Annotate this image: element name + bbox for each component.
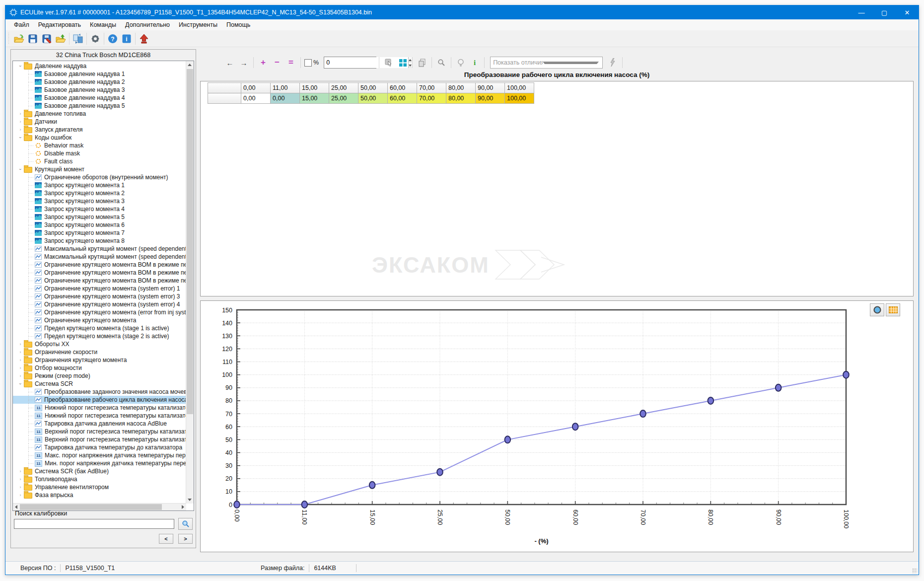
collapse-arrow-icon[interactable]: › bbox=[18, 134, 23, 141]
zoom-button[interactable] bbox=[434, 57, 448, 69]
tree-item[interactable]: Базовое давление наддува 3 bbox=[13, 86, 186, 94]
panel-splitter[interactable] bbox=[200, 296, 914, 300]
decrease-button[interactable]: − bbox=[270, 57, 284, 69]
expand-arrow-icon[interactable]: › bbox=[17, 365, 24, 370]
data-point[interactable] bbox=[437, 469, 443, 476]
table-header-cell[interactable]: 80,00 bbox=[446, 83, 476, 93]
tree-item[interactable]: 11Нижний порог гистерезиса температуры к… bbox=[13, 404, 186, 412]
tree-item[interactable]: ›Крутящий момент bbox=[13, 165, 186, 173]
maximize-button[interactable]: ▢ bbox=[873, 5, 896, 19]
data-point[interactable] bbox=[234, 501, 240, 508]
tree-item[interactable]: Базовое давление наддува 5 bbox=[13, 102, 186, 110]
grid-view-button[interactable] bbox=[396, 57, 410, 69]
expand-arrow-icon[interactable]: › bbox=[17, 111, 24, 116]
tree-item[interactable]: Ограничение крутящего момента (system er… bbox=[13, 285, 186, 292]
tree-item[interactable]: Ограничение крутящего момента ВОМ в режи… bbox=[13, 261, 186, 269]
value-spinner[interactable] bbox=[324, 57, 376, 69]
menu-item[interactable]: Команды bbox=[85, 20, 121, 29]
help-button[interactable]: ? bbox=[106, 32, 120, 45]
resize-grip[interactable] bbox=[912, 568, 917, 573]
expand-arrow-icon[interactable]: › bbox=[17, 469, 24, 474]
data-point[interactable] bbox=[369, 482, 375, 489]
tree-horizontal-scrollbar[interactable] bbox=[13, 503, 186, 510]
expand-arrow-icon[interactable]: › bbox=[17, 127, 24, 132]
map-info-button[interactable]: i bbox=[468, 57, 482, 69]
table-view-button[interactable] bbox=[886, 303, 900, 316]
table-header-cell[interactable]: 60,00 bbox=[388, 83, 417, 93]
back-button[interactable]: ← bbox=[223, 57, 237, 69]
tree-item[interactable]: Запрос крутящего момента 8 bbox=[13, 237, 186, 245]
expand-arrow-icon[interactable]: › bbox=[17, 485, 24, 490]
table-header-cell[interactable]: 0,00 bbox=[241, 83, 271, 93]
expand-arrow-icon[interactable]: › bbox=[17, 342, 24, 347]
tree-item[interactable]: ›Ограничения крутящего момента bbox=[13, 356, 186, 364]
next-button[interactable]: > bbox=[178, 534, 193, 544]
save-as-button[interactable] bbox=[40, 32, 54, 45]
tree-item[interactable]: Disable mask bbox=[13, 149, 186, 157]
collapse-arrow-icon[interactable]: › bbox=[18, 63, 23, 70]
table-header-cell[interactable]: 15,00 bbox=[300, 83, 329, 93]
table-cell[interactable]: 50,00 bbox=[358, 93, 388, 104]
tree-item[interactable]: Ограничение крутящего момента ВОМ в режи… bbox=[13, 269, 186, 277]
expand-arrow-icon[interactable]: › bbox=[17, 373, 24, 378]
expand-arrow-icon[interactable]: › bbox=[17, 119, 24, 124]
tree-item[interactable]: ›Ограничение скорости bbox=[13, 348, 186, 356]
tree-item[interactable]: Ограничение крутящего момента (error fro… bbox=[13, 308, 186, 316]
point-style-button[interactable] bbox=[870, 303, 884, 316]
collapse-arrow-icon[interactable]: › bbox=[18, 380, 23, 387]
tree-item[interactable]: Преобразование заданного значения насоса… bbox=[13, 388, 186, 396]
table-header-cell[interactable]: 100,00 bbox=[505, 83, 534, 93]
expand-arrow-icon[interactable]: › bbox=[17, 477, 24, 482]
search-button[interactable] bbox=[178, 518, 193, 530]
scroll-right-icon[interactable] bbox=[182, 505, 184, 509]
tree-item[interactable]: 11Верхний порог гистерезиса температуры … bbox=[13, 436, 186, 443]
select-cells-button[interactable] bbox=[382, 57, 396, 69]
table-header-cell[interactable]: 70,00 bbox=[417, 83, 446, 93]
tree-item[interactable]: Fault class bbox=[13, 157, 186, 165]
scrollbar-thumb[interactable] bbox=[20, 504, 162, 510]
expand-arrow-icon[interactable]: › bbox=[17, 350, 24, 355]
set-equal-button[interactable]: = bbox=[284, 57, 298, 69]
tree-item[interactable]: ›Коды ошибок bbox=[13, 134, 186, 142]
table-header-cell[interactable]: 50,00 bbox=[358, 83, 388, 93]
map-chart[interactable]: 01020304050607080901001101201301401500,0… bbox=[201, 301, 895, 549]
tree-item[interactable]: Ограничение оборотов (внутренний момент) bbox=[13, 173, 186, 181]
info-button[interactable]: i bbox=[120, 32, 134, 45]
collapse-arrow-icon[interactable]: › bbox=[18, 166, 23, 173]
tree-item[interactable]: ›Фаза впрыска bbox=[13, 491, 186, 499]
tree-item[interactable]: Предел крутящего момента (stage 1 is act… bbox=[13, 324, 186, 332]
tree-item[interactable]: Запрос крутящего момента 5 bbox=[13, 213, 186, 221]
tree-item[interactable]: Запрос крутящего момента 7 bbox=[13, 229, 186, 237]
tree-item[interactable]: Тарировка датчика давления насоса AdBlue bbox=[13, 420, 186, 428]
tree-item[interactable]: ›Отбор мощности bbox=[13, 364, 186, 372]
table-cell[interactable]: 0,00 bbox=[241, 93, 271, 104]
tree-item[interactable]: 11Нижний порог гистерезиса температуры к… bbox=[13, 412, 186, 420]
show-differences-dropdown[interactable]: Показать отличия bbox=[490, 57, 603, 69]
forward-button[interactable]: → bbox=[237, 57, 251, 69]
titlebar[interactable]: ECULite ver.1.97.61 # 00000001 - A123456… bbox=[5, 5, 919, 19]
tree-item[interactable]: ›Давление топлива bbox=[13, 110, 186, 118]
tree-item[interactable]: Ограничение крутящего момента (system er… bbox=[13, 300, 186, 308]
menu-item[interactable]: Файл bbox=[9, 20, 34, 29]
tree-item[interactable]: Запрос крутящего момента 6 bbox=[13, 221, 186, 229]
tree-item[interactable]: ›Режим (creep mode) bbox=[13, 372, 186, 380]
tree-item[interactable]: ›Система SCR (бак AdBlue) bbox=[13, 467, 186, 475]
tree-item[interactable]: Базовое давление наддува 2 bbox=[13, 78, 186, 86]
tree-item[interactable]: Предел крутящего момента (stage 2 is act… bbox=[13, 332, 186, 340]
table-cell[interactable]: 60,00 bbox=[388, 93, 417, 104]
table-cell[interactable]: 15,00 bbox=[300, 93, 329, 104]
tree-item[interactable]: Запрос крутящего момента 1 bbox=[13, 181, 186, 189]
menu-item[interactable]: Инструменты bbox=[174, 20, 222, 29]
data-point[interactable] bbox=[640, 410, 646, 417]
table-cell[interactable]: 70,00 bbox=[417, 93, 446, 104]
tree-item[interactable]: 11Мин. порог напряжения датчика температ… bbox=[13, 459, 186, 467]
tree-item[interactable]: Ограничение крутящего момента (system er… bbox=[13, 292, 186, 300]
tree-item[interactable]: ›Топливоподача bbox=[13, 475, 186, 483]
tree-item[interactable]: ›Обороты XX bbox=[13, 340, 186, 348]
tree-item[interactable]: Ограничение крутящего момента bbox=[13, 316, 186, 324]
tree-item[interactable]: Ограничение крутящего момента ВОМ в режи… bbox=[13, 277, 186, 285]
tree-item[interactable]: Максимальный крутящий момент (speed depe… bbox=[13, 253, 186, 261]
tree-item[interactable]: Behavior mask bbox=[13, 142, 186, 149]
menu-item[interactable]: Помощь bbox=[222, 20, 255, 29]
scroll-down-icon[interactable] bbox=[188, 499, 192, 501]
